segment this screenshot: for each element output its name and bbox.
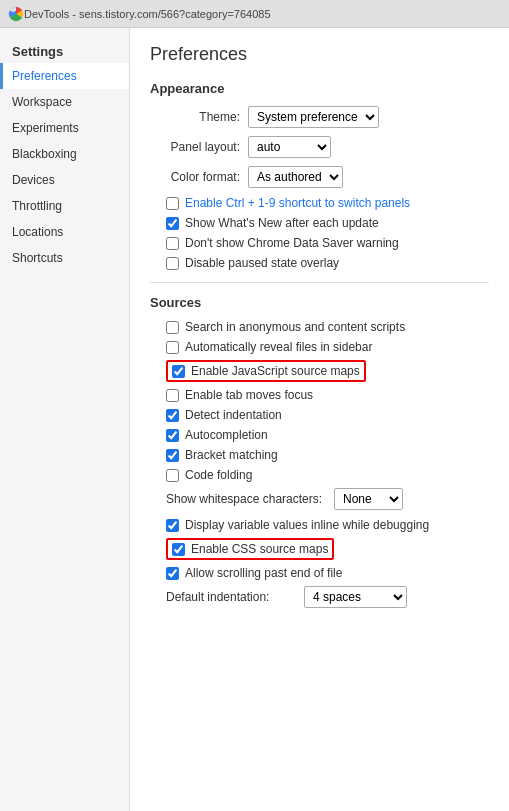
code-folding-row: Code folding [150,468,489,482]
titlebar: DevTools - sens.tistory.com/566?category… [0,0,509,28]
sources-section-title: Sources [150,295,489,310]
sidebar: Settings Preferences Workspace Experimen… [0,28,130,811]
anonymous-row: Search in anonymous and content scripts [150,320,489,334]
css-source-maps-row: Enable CSS source maps [150,538,489,560]
detect-indent-checkbox[interactable] [166,409,179,422]
autocompletion-label[interactable]: Autocompletion [166,428,268,442]
display-vars-row: Display variable values inline while deb… [150,518,489,532]
sidebar-heading: Settings [0,36,129,63]
anonymous-checkbox[interactable] [166,321,179,334]
theme-select[interactable]: System preference Light Dark [248,106,379,128]
detect-indent-label[interactable]: Detect indentation [166,408,282,422]
sidebar-item-experiments[interactable]: Experiments [0,115,129,141]
default-indent-select[interactable]: 2 spaces 4 spaces 8 spaces Tab character [304,586,407,608]
whitespace-label: Show whitespace characters: [166,492,326,506]
default-indent-label: Default indentation: [166,590,296,604]
allow-scroll-row: Allow scrolling past end of file [150,566,489,580]
autocompletion-text: Autocompletion [185,428,268,442]
js-source-maps-text: Enable JavaScript source maps [191,364,360,378]
ctrl19-label[interactable]: Enable Ctrl + 1-9 shortcut to switch pan… [166,196,410,210]
ctrl19-text: Enable Ctrl + 1-9 shortcut to switch pan… [185,196,410,210]
bracket-match-text: Bracket matching [185,448,278,462]
sidebar-item-shortcuts[interactable]: Shortcuts [0,245,129,271]
display-vars-label[interactable]: Display variable values inline while deb… [166,518,429,532]
panel-layout-label: Panel layout: [150,140,240,154]
chrome-icon [8,6,24,22]
bracket-match-label[interactable]: Bracket matching [166,448,278,462]
main-layout: Settings Preferences Workspace Experimen… [0,28,509,811]
display-vars-text: Display variable values inline while deb… [185,518,429,532]
paused-state-text: Disable paused state overlay [185,256,339,270]
bracket-match-row: Bracket matching [150,448,489,462]
sidebar-item-devices[interactable]: Devices [0,167,129,193]
reveal-label[interactable]: Automatically reveal files in sidebar [166,340,372,354]
reveal-row: Automatically reveal files in sidebar [150,340,489,354]
appearance-section-title: Appearance [150,81,489,96]
tab-moves-label[interactable]: Enable tab moves focus [166,388,313,402]
code-folding-checkbox[interactable] [166,469,179,482]
paused-state-row: Disable paused state overlay [150,256,489,270]
data-saver-row: Don't show Chrome Data Saver warning [150,236,489,250]
reveal-text: Automatically reveal files in sidebar [185,340,372,354]
data-saver-checkbox[interactable] [166,237,179,250]
ctrl19-row: Enable Ctrl + 1-9 shortcut to switch pan… [150,196,489,210]
bracket-match-checkbox[interactable] [166,449,179,462]
js-source-maps-checkbox[interactable] [172,365,185,378]
anonymous-label[interactable]: Search in anonymous and content scripts [166,320,405,334]
whitespace-select[interactable]: None Trailing All [334,488,403,510]
section-divider [150,282,489,283]
whitespace-row: Show whitespace characters: None Trailin… [150,488,489,510]
tab-moves-row: Enable tab moves focus [150,388,489,402]
whats-new-text: Show What's New after each update [185,216,379,230]
js-source-maps-highlight: Enable JavaScript source maps [166,360,366,382]
autocompletion-row: Autocompletion [150,428,489,442]
paused-state-checkbox[interactable] [166,257,179,270]
code-folding-text: Code folding [185,468,252,482]
default-indent-row: Default indentation: 2 spaces 4 spaces 8… [150,586,489,608]
sidebar-item-throttling[interactable]: Throttling [0,193,129,219]
color-format-label: Color format: [150,170,240,184]
detect-indent-text: Detect indentation [185,408,282,422]
data-saver-text: Don't show Chrome Data Saver warning [185,236,399,250]
data-saver-label[interactable]: Don't show Chrome Data Saver warning [166,236,399,250]
css-source-maps-text: Enable CSS source maps [191,542,328,556]
theme-row: Theme: System preference Light Dark [150,106,489,128]
color-format-row: Color format: As authored HEX RGB HSL [150,166,489,188]
display-vars-checkbox[interactable] [166,519,179,532]
autocompletion-checkbox[interactable] [166,429,179,442]
whats-new-row: Show What's New after each update [150,216,489,230]
allow-scroll-checkbox[interactable] [166,567,179,580]
page-title: Preferences [150,44,489,65]
titlebar-text: DevTools - sens.tistory.com/566?category… [24,8,271,20]
color-format-select[interactable]: As authored HEX RGB HSL [248,166,343,188]
paused-state-label[interactable]: Disable paused state overlay [166,256,339,270]
ctrl19-checkbox[interactable] [166,197,179,210]
tab-moves-text: Enable tab moves focus [185,388,313,402]
tab-moves-checkbox[interactable] [166,389,179,402]
css-source-maps-checkbox[interactable] [172,543,185,556]
theme-label: Theme: [150,110,240,124]
js-source-maps-row: Enable JavaScript source maps [150,360,489,382]
content-area: Preferences Appearance Theme: System pre… [130,28,509,811]
sidebar-item-preferences[interactable]: Preferences [0,63,129,89]
whats-new-checkbox[interactable] [166,217,179,230]
sidebar-item-blackboxing[interactable]: Blackboxing [0,141,129,167]
allow-scroll-text: Allow scrolling past end of file [185,566,342,580]
css-source-maps-highlight: Enable CSS source maps [166,538,334,560]
detect-indent-row: Detect indentation [150,408,489,422]
reveal-checkbox[interactable] [166,341,179,354]
panel-layout-row: Panel layout: auto horizontal vertical [150,136,489,158]
code-folding-label[interactable]: Code folding [166,468,252,482]
whats-new-label[interactable]: Show What's New after each update [166,216,379,230]
anonymous-text: Search in anonymous and content scripts [185,320,405,334]
sidebar-item-workspace[interactable]: Workspace [0,89,129,115]
sidebar-item-locations[interactable]: Locations [0,219,129,245]
allow-scroll-label[interactable]: Allow scrolling past end of file [166,566,342,580]
panel-layout-select[interactable]: auto horizontal vertical [248,136,331,158]
